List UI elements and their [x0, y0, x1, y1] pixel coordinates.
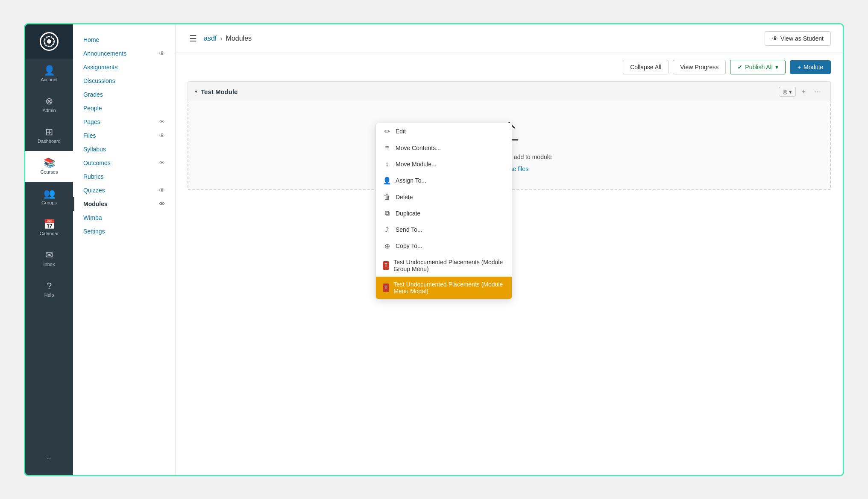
menu-icon-move-contents: ≡ [383, 144, 391, 152]
menu-icon-move-module: ↕ [383, 160, 391, 168]
publish-all-button[interactable]: ✓ Publish All ▾ [730, 60, 786, 74]
menu-item-ext-group[interactable]: TTest Undocumented Placements (Module Gr… [376, 254, 512, 277]
left-navigation: 👤 Account ⊗ Admin ⊞ Dashboard 📚 Courses … [25, 24, 73, 475]
module-toolbar: Collapse All View Progress ✓ Publish All… [176, 53, 843, 81]
nav-item-admin[interactable]: ⊗ Admin [25, 89, 73, 120]
module-header[interactable]: ▾ Test Module ◎ ▾ + ⋯ [188, 81, 831, 102]
module-publish-indicator[interactable]: ◎ ▾ [779, 87, 796, 97]
sidebar-link-discussions[interactable]: Discussions [73, 74, 175, 88]
sidebar-link-quizzes[interactable]: Quizzes👁 [73, 183, 175, 197]
menu-item-copy-to[interactable]: ⊕Copy To... [376, 238, 512, 254]
nav-item-dashboard[interactable]: ⊞ Dashboard [25, 120, 73, 151]
menu-item-move-module[interactable]: ↕Move Module... [376, 156, 512, 172]
module-more-button[interactable]: ⋯ [812, 87, 824, 97]
help-icon: ? [47, 281, 52, 291]
view-as-student-label: View as Student [780, 35, 824, 42]
sidebar-link-rubrics[interactable]: Rubrics [73, 170, 175, 183]
svg-point-0 [44, 36, 54, 47]
sidebar-link-modules[interactable]: Modules👁 [73, 197, 175, 211]
sidebar-label-wimba: Wimba [83, 214, 102, 221]
module-publish-arrow: ▾ [789, 89, 792, 95]
account-icon: 👤 [44, 66, 55, 75]
view-progress-button[interactable]: View Progress [673, 60, 726, 74]
hamburger-button[interactable]: ☰ [188, 32, 199, 45]
publish-all-label: Publish All [745, 64, 773, 71]
menu-icon-edit: ✏ [383, 127, 391, 136]
sidebar-label-modules: Modules [83, 201, 108, 207]
sidebar-link-wimba[interactable]: Wimba [73, 211, 175, 224]
sidebar-label-people: People [83, 105, 102, 112]
groups-icon: 👥 [44, 189, 55, 198]
menu-icon-duplicate: ⧉ [383, 210, 391, 217]
nav-label-account: Account [41, 77, 58, 82]
module-toggle-icon: ▾ [195, 89, 197, 94]
module-publish-icon: ◎ [783, 89, 787, 95]
nav-item-groups[interactable]: 👥 Groups [25, 182, 73, 213]
menu-item-move-contents[interactable]: ≡Move Contents... [376, 140, 512, 156]
sidebar-link-people[interactable]: People [73, 101, 175, 115]
sidebar-label-files: Files [83, 132, 96, 139]
module-actions: ◎ ▾ + ⋯ [779, 87, 824, 97]
menu-label-edit: Edit [396, 128, 406, 135]
sidebar-link-outcomes[interactable]: Outcomes👁 [73, 156, 175, 170]
nav-item-courses[interactable]: 📚 Courses [25, 151, 73, 182]
nav-label-help: Help [44, 292, 54, 298]
nav-item-inbox[interactable]: ✉ Inbox [25, 243, 73, 274]
collapse-all-button[interactable]: Collapse All [623, 60, 669, 74]
sidebar-link-assignments[interactable]: Assignments [73, 60, 175, 74]
nav-item-account[interactable]: 👤 Account [25, 59, 73, 89]
sidebar-label-pages: Pages [83, 118, 100, 125]
admin-icon: ⊗ [45, 97, 53, 106]
sidebar-icon-pages: 👁 [159, 118, 165, 125]
logo-icon [40, 32, 59, 51]
add-module-button[interactable]: + Module [790, 60, 831, 74]
menu-item-delete[interactable]: 🗑Delete [376, 189, 512, 205]
nav-item-help[interactable]: ? Help [25, 274, 73, 305]
sidebar-link-announcements[interactable]: Announcements👁 [73, 47, 175, 60]
menu-item-send-to[interactable]: ⤴Send To... [376, 221, 512, 238]
context-menu: ✏Edit≡Move Contents...↕Move Module...👤As… [375, 123, 512, 299]
top-header: ☰ asdf › Modules 👁 View as Student [176, 24, 843, 53]
view-as-student-button[interactable]: 👁 View as Student [765, 31, 831, 46]
nav-label-groups: Groups [41, 200, 57, 205]
sidebar-icon-modules: 👁 [159, 201, 165, 207]
menu-item-ext-modal[interactable]: TTest Undocumented Placements (Module Me… [376, 277, 512, 299]
breadcrumb-course-link[interactable]: asdf [204, 35, 217, 42]
sidebar-link-settings[interactable]: Settings [73, 224, 175, 238]
sidebar-link-home[interactable]: Home [73, 33, 175, 47]
menu-icon-assign-to: 👤 [383, 177, 391, 185]
sidebar-label-syllabus: Syllabus [83, 146, 106, 153]
menu-item-duplicate[interactable]: ⧉Duplicate [376, 205, 512, 221]
sidebar-label-home: Home [83, 36, 99, 43]
add-module-plus-icon: + [798, 64, 801, 71]
ext-icon-ext-modal: T [383, 283, 389, 292]
add-module-label: Module [803, 64, 823, 71]
nav-label-courses: Courses [41, 169, 58, 174]
sidebar-label-quizzes: Quizzes [83, 187, 105, 194]
collapse-nav-button[interactable]: ← [25, 448, 73, 468]
menu-label-move-contents: Move Contents... [396, 145, 441, 151]
menu-item-assign-to[interactable]: 👤Assign To... [376, 172, 512, 189]
menu-label-delete: Delete [396, 194, 413, 201]
sidebar-label-discussions: Discussions [83, 77, 115, 84]
menu-label-ext-modal: Test Undocumented Placements (Module Men… [393, 281, 505, 295]
menu-label-move-module: Move Module... [396, 161, 437, 168]
dashboard-icon: ⊞ [45, 127, 53, 137]
breadcrumb: asdf › Modules [204, 35, 252, 42]
menu-item-edit[interactable]: ✏Edit [376, 123, 512, 140]
nav-label-dashboard: Dashboard [38, 139, 61, 144]
sidebar-label-announcements: Announcements [83, 50, 126, 57]
sidebar-link-pages[interactable]: Pages👁 [73, 115, 175, 129]
sidebar-icon-files: 👁 [159, 132, 165, 139]
view-as-student-icon: 👁 [772, 35, 778, 42]
publish-dropdown-icon: ▾ [775, 64, 778, 71]
sidebar-label-rubrics: Rubrics [83, 173, 103, 180]
module-add-item-button[interactable]: + [799, 87, 808, 96]
sidebar-link-grades[interactable]: Grades [73, 88, 175, 101]
inbox-icon: ✉ [45, 251, 53, 260]
nav-label-admin: Admin [42, 108, 56, 113]
sidebar-link-files[interactable]: Files👁 [73, 129, 175, 142]
nav-item-calendar[interactable]: 📅 Calendar [25, 213, 73, 243]
svg-point-1 [47, 39, 51, 44]
sidebar-link-syllabus[interactable]: Syllabus [73, 142, 175, 156]
